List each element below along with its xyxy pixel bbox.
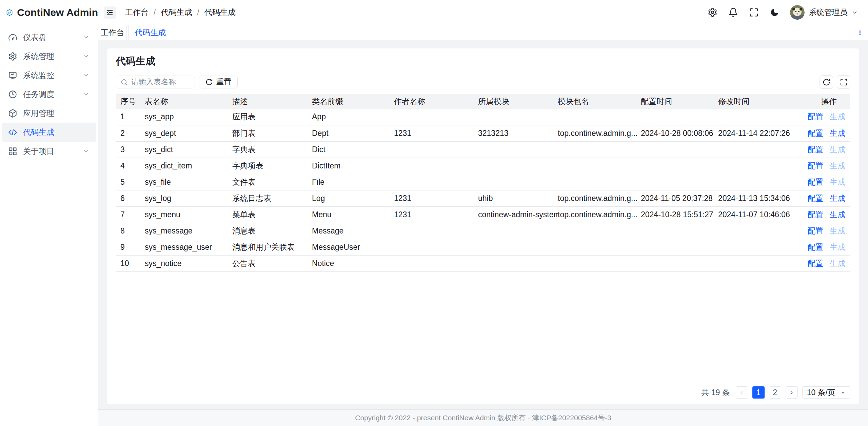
- sidebar-collapse-button[interactable]: [104, 6, 116, 19]
- page-size-select[interactable]: 10 条/页: [802, 386, 850, 399]
- sidebar-item-system-management[interactable]: 系统管理: [2, 47, 96, 66]
- column-header: 操作: [808, 94, 850, 109]
- generate-link: 生成: [830, 161, 845, 170]
- config-link[interactable]: 配置: [808, 210, 823, 219]
- config-link[interactable]: 配置: [808, 145, 823, 154]
- reset-button[interactable]: 重置: [199, 76, 238, 88]
- tab-label: 工作台: [101, 27, 124, 38]
- cell-module: [478, 109, 558, 125]
- table-row: 5 sys_file 文件表 File 配置生成: [116, 174, 850, 190]
- cell-table-name: sys_dict: [145, 141, 232, 158]
- config-link[interactable]: 配置: [808, 194, 823, 203]
- generate-link[interactable]: 生成: [830, 194, 845, 203]
- cell-modify-time: [718, 109, 808, 125]
- cell-description: 菜单表: [232, 206, 312, 223]
- grid-icon: [8, 147, 17, 156]
- column-header: 类名前缀: [312, 94, 394, 109]
- table-row: 10 sys_notice 公告表 Notice 配置生成: [116, 255, 850, 271]
- search-input[interactable]: [131, 78, 191, 86]
- cell-modify-time: [718, 174, 808, 190]
- breadcrumb-separator: /: [154, 8, 156, 17]
- cell-table-name: sys_notice: [145, 255, 232, 271]
- config-link[interactable]: 配置: [808, 226, 823, 235]
- tab-workbench[interactable]: 工作台: [98, 25, 127, 40]
- main-area: 工作台 / 代码生成 / 代码生成: [98, 0, 868, 426]
- cell-operations: 配置生成: [808, 125, 850, 141]
- chevron-down-icon: [82, 53, 89, 60]
- sidebar-item-app-management[interactable]: 应用管理: [2, 104, 96, 123]
- config-link[interactable]: 配置: [808, 259, 823, 268]
- config-link[interactable]: 配置: [808, 129, 823, 138]
- column-header: 配置时间: [641, 94, 718, 109]
- cell-operations: 配置生成: [808, 206, 850, 223]
- fullscreen-icon: [749, 7, 759, 17]
- cell-modify-time: 2024-11-13 15:34:06: [718, 190, 808, 206]
- cell-package: top.continew.admin.g...: [558, 206, 641, 223]
- table-header: 序号 表名称 描述 类名前缀 作者名称 所属模块 模块包名 配置时间 修改时间 …: [116, 94, 850, 109]
- sidebar-item-dashboard[interactable]: 仪表盘: [2, 28, 96, 47]
- refresh-table-button[interactable]: [820, 75, 833, 89]
- pagination-page-2[interactable]: 2: [769, 386, 781, 399]
- cell-class-prefix: App: [312, 109, 394, 125]
- fullscreen-icon: [840, 78, 848, 86]
- sidebar-item-label: 系统管理: [23, 51, 82, 62]
- cell-module: continew-admin-system: [478, 206, 558, 223]
- sidebar-item-code-generation[interactable]: 代码生成: [2, 123, 96, 142]
- pagination-next-button[interactable]: [786, 386, 798, 399]
- cell-description: 系统日志表: [232, 190, 312, 206]
- config-link[interactable]: 配置: [808, 243, 823, 251]
- config-link[interactable]: 配置: [808, 112, 823, 121]
- sidebar-item-about-project[interactable]: 关于项目: [2, 142, 96, 161]
- breadcrumb-item[interactable]: 代码生成: [204, 7, 236, 18]
- settings-button[interactable]: [707, 7, 717, 18]
- cell-operations: 配置生成: [808, 109, 850, 125]
- column-header: 所属模块: [478, 94, 558, 109]
- pagination-page-1[interactable]: 1: [752, 386, 765, 399]
- sidebar-menu: 仪表盘 系统管理 系统监控 任务调度 应用管理: [0, 25, 98, 164]
- generate-link[interactable]: 生成: [830, 210, 845, 219]
- sidebar-item-label: 系统监控: [23, 70, 82, 81]
- cell-operations: 配置生成: [808, 141, 850, 158]
- cell-index: 2: [116, 125, 145, 141]
- sidebar-item-system-monitor[interactable]: 系统监控: [2, 66, 96, 85]
- monitor-icon: [8, 71, 17, 80]
- gear-icon: [8, 52, 17, 61]
- cell-operations: 配置生成: [808, 223, 850, 239]
- cell-module: uhib: [478, 190, 558, 206]
- cell-module: [478, 141, 558, 158]
- sidebar-item-task-schedule[interactable]: 任务调度: [2, 85, 96, 104]
- config-link[interactable]: 配置: [808, 178, 823, 186]
- table-row: 9 sys_message_user 消息和用户关联表 MessageUser …: [116, 239, 850, 255]
- page-title: 代码生成: [116, 48, 850, 68]
- tabbar-filler: [172, 25, 852, 40]
- generate-link[interactable]: 生成: [830, 129, 845, 138]
- chevron-down-icon: [82, 91, 89, 98]
- dark-mode-toggle[interactable]: [769, 7, 780, 18]
- generate-link: 生成: [830, 226, 845, 235]
- cell-modify-time: [718, 223, 808, 239]
- cell-description: 部门表: [232, 125, 312, 141]
- gear-icon: [708, 7, 717, 17]
- cell-package: [558, 223, 641, 239]
- fullscreen-button[interactable]: [749, 7, 759, 18]
- cell-operations: 配置生成: [808, 158, 850, 174]
- breadcrumb-item[interactable]: 代码生成: [161, 7, 192, 18]
- cell-author: [394, 158, 478, 174]
- table-fullscreen-button[interactable]: [837, 75, 850, 89]
- column-header: 修改时间: [718, 94, 808, 109]
- user-menu[interactable]: 系统管理员: [790, 5, 858, 20]
- cell-index: 7: [116, 206, 145, 223]
- generate-link: 生成: [830, 259, 845, 268]
- tabs-more-button[interactable]: [852, 25, 868, 40]
- sidebar-item-label: 任务调度: [23, 89, 82, 100]
- cell-table-name: sys_message: [145, 223, 232, 239]
- tab-code-generation[interactable]: 代码生成: [128, 25, 172, 40]
- notifications-button[interactable]: [728, 7, 738, 18]
- app-root: ContiNew Admin 仪表盘 系统管理 系统监控 任务调度: [0, 0, 868, 426]
- cell-package: [558, 109, 641, 125]
- breadcrumb-item[interactable]: 工作台: [125, 7, 149, 18]
- config-link[interactable]: 配置: [808, 161, 823, 170]
- pagination-prev-button[interactable]: [736, 386, 748, 399]
- refresh-icon: [823, 78, 830, 86]
- user-avatar: [790, 5, 805, 20]
